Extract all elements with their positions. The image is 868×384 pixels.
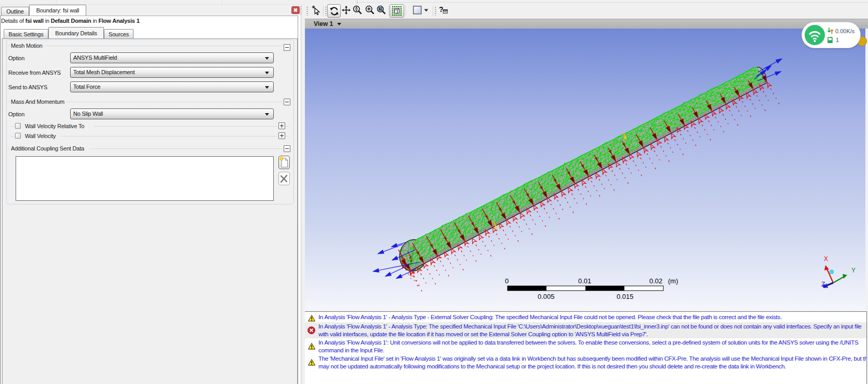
svg-text:X: X (824, 255, 828, 263)
svg-text:0: 0 (505, 277, 509, 285)
svg-text:0.005: 0.005 (538, 293, 555, 300)
svg-text:0.01: 0.01 (578, 277, 591, 285)
svg-text:0.015: 0.015 (617, 293, 634, 300)
svg-text:0.02: 0.02 (649, 277, 662, 285)
svg-text:(m): (m) (668, 277, 678, 285)
svg-text:Y: Y (851, 267, 856, 274)
svg-text:?: ? (439, 5, 444, 13)
svg-text:Z: Z (821, 281, 825, 288)
